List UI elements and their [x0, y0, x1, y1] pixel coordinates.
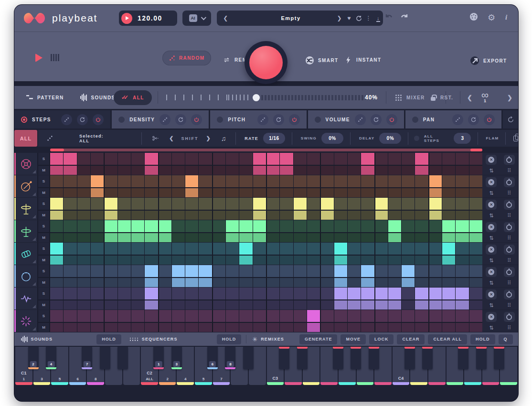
track-humanize-knob-icon[interactable] — [504, 200, 515, 210]
black-key[interactable] — [458, 347, 468, 369]
step-cell[interactable] — [375, 220, 388, 232]
step-cell[interactable] — [415, 153, 428, 165]
accent-cell[interactable] — [375, 188, 388, 197]
accent-cell[interactable] — [348, 211, 361, 220]
step-cell[interactable] — [402, 288, 415, 299]
step-cell[interactable] — [145, 265, 158, 277]
mute-button[interactable]: M — [38, 233, 49, 242]
step-cell[interactable] — [104, 220, 117, 232]
accent-cell[interactable] — [253, 211, 266, 220]
accent-cell[interactable] — [118, 300, 131, 310]
track-clear-button[interactable]: ✕ — [486, 267, 497, 277]
track-humanize-knob-icon[interactable] — [504, 289, 515, 299]
accent-cell[interactable] — [307, 300, 320, 310]
accent-cell[interactable] — [307, 188, 320, 197]
accent-cell[interactable] — [266, 300, 279, 310]
accent-cell[interactable] — [442, 166, 455, 175]
accent-cell[interactable] — [77, 278, 90, 287]
step-cell[interactable] — [226, 265, 239, 277]
accent-cell[interactable] — [159, 233, 171, 242]
step-cell[interactable] — [213, 153, 225, 165]
accent-cell[interactable] — [172, 323, 185, 332]
step-cell[interactable] — [320, 243, 333, 255]
accent-cell[interactable] — [253, 278, 266, 287]
tab-power-icon[interactable] — [386, 114, 397, 125]
step-cell[interactable] — [266, 220, 279, 232]
step-cell[interactable] — [91, 220, 104, 232]
accent-cell[interactable] — [388, 233, 401, 242]
accent-cell[interactable] — [185, 233, 198, 242]
step-cell[interactable] — [131, 175, 144, 187]
accent-cell[interactable] — [266, 233, 279, 242]
step-cell[interactable] — [266, 288, 279, 299]
step-cell[interactable] — [375, 175, 388, 187]
step-cell[interactable] — [226, 243, 239, 255]
accent-cell[interactable] — [226, 256, 239, 265]
pattern-range-bar[interactable] — [50, 149, 482, 151]
step-cell[interactable] — [456, 198, 468, 210]
step-cell[interactable] — [266, 243, 279, 255]
accent-cell[interactable] — [334, 278, 347, 287]
track-drag-handle-icon[interactable]: ⠿ — [507, 303, 511, 308]
step-cell[interactable] — [199, 243, 212, 255]
step-cell[interactable] — [104, 243, 117, 255]
accent-cell[interactable] — [145, 233, 158, 242]
accent-cell[interactable] — [199, 211, 212, 220]
accent-cell[interactable] — [266, 323, 279, 332]
step-cell[interactable] — [159, 265, 171, 277]
step-cell[interactable] — [213, 175, 225, 187]
accent-cell[interactable] — [361, 188, 374, 197]
step-cell[interactable] — [415, 265, 428, 277]
tab-sounds[interactable]: SOUNDS — [80, 86, 116, 109]
generate-button[interactable]: GENERATE — [299, 334, 337, 344]
accent-cell[interactable] — [226, 188, 239, 197]
accent-cell[interactable] — [442, 300, 455, 310]
step-cell[interactable] — [185, 243, 198, 255]
accent-cell[interactable] — [226, 166, 239, 175]
tab-power-icon[interactable] — [484, 114, 495, 125]
track-drag-handle-icon[interactable]: ⠿ — [507, 325, 511, 331]
tab-refresh-icon[interactable] — [371, 114, 382, 125]
accent-cell[interactable] — [213, 323, 225, 332]
accent-cell[interactable] — [213, 233, 225, 242]
accent-cell[interactable] — [239, 166, 252, 175]
black-key[interactable] — [351, 347, 361, 369]
accent-cell[interactable] — [280, 278, 293, 287]
step-cell[interactable] — [145, 310, 158, 322]
accent-cell[interactable] — [469, 166, 482, 175]
step-cell[interactable] — [266, 175, 279, 187]
step-cell[interactable] — [77, 265, 90, 277]
step-cell[interactable] — [64, 265, 76, 277]
accent-cell[interactable] — [361, 323, 374, 332]
accent-cell[interactable] — [442, 233, 455, 242]
accent-cell[interactable] — [199, 256, 212, 265]
step-cell[interactable] — [375, 198, 388, 210]
accent-cell[interactable] — [348, 233, 361, 242]
accent-cell[interactable] — [456, 256, 468, 265]
step-cell[interactable] — [104, 198, 117, 210]
step-cell[interactable] — [334, 288, 347, 299]
step-cell[interactable] — [172, 243, 185, 255]
bpm-value[interactable]: 120.00 — [138, 14, 162, 22]
step-cell[interactable] — [334, 310, 347, 322]
step-cell[interactable] — [348, 153, 361, 165]
step-cell[interactable] — [159, 310, 171, 322]
accent-cell[interactable] — [199, 278, 212, 287]
mute-button[interactable]: M — [38, 300, 49, 310]
step-cell[interactable] — [415, 175, 428, 187]
solo-button[interactable]: S — [38, 310, 49, 323]
step-cell[interactable] — [402, 153, 415, 165]
accent-cell[interactable] — [159, 256, 171, 265]
step-cell[interactable] — [429, 310, 442, 322]
mute-button[interactable]: M — [38, 188, 49, 197]
step-cell[interactable] — [226, 175, 239, 187]
track-sliders-icon[interactable]: ⇅ — [489, 168, 493, 173]
step-cell[interactable] — [294, 310, 307, 322]
accent-cell[interactable] — [469, 278, 482, 287]
hold-button[interactable]: HOLD — [470, 334, 495, 344]
accent-cell[interactable] — [226, 233, 239, 242]
step-cell[interactable] — [91, 243, 104, 255]
kebab-menu-icon[interactable]: ⋮ — [363, 15, 373, 21]
accent-cell[interactable] — [280, 211, 293, 220]
accent-cell[interactable] — [91, 323, 104, 332]
